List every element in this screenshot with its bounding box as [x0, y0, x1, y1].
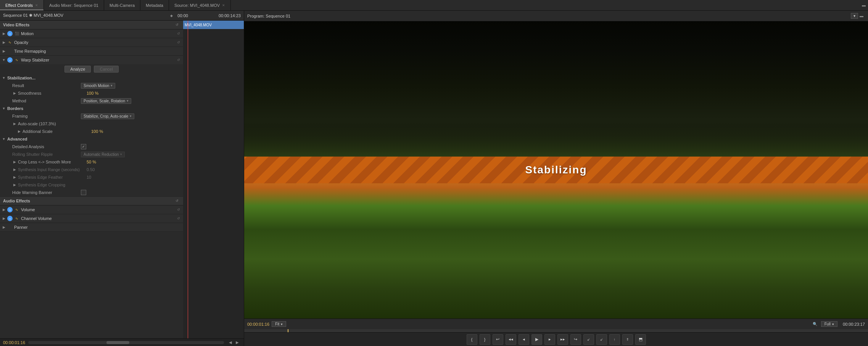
ec-scrollbar[interactable]: [28, 341, 224, 344]
framing-dropdown[interactable]: Stabilize, Crop, Auto-scale: [81, 113, 134, 119]
advanced-label: Advanced: [7, 137, 27, 141]
motion-expand[interactable]: ▶: [2, 31, 6, 36]
result-dropdown[interactable]: Smooth Motion: [81, 83, 115, 89]
detailed-analysis-label: Detailed Analysis: [12, 144, 81, 149]
tab-source[interactable]: Source: MVI_4048.MOV ✕: [169, 0, 231, 10]
motion-group: ▶ ● ⬛ Motion ↺: [0, 29, 183, 38]
next-frame-btn[interactable]: ▸: [544, 334, 555, 345]
channel-volume-expand[interactable]: ▶: [2, 216, 6, 221]
borders-cat[interactable]: ▼ Borders: [0, 105, 183, 112]
video-effects-reset[interactable]: ↺: [174, 22, 180, 28]
analyze-btn[interactable]: Analyze: [64, 66, 91, 73]
motion-toggle-anim[interactable]: ●: [7, 31, 13, 36]
extract-btn[interactable]: ⇑: [622, 334, 633, 345]
stabilization-cat[interactable]: ▼ Stabilization...: [0, 74, 183, 82]
result-value: Smooth Motion: [84, 84, 109, 88]
cancel-btn[interactable]: Cancel: [94, 66, 118, 73]
motion-header[interactable]: ▶ ● ⬛ Motion ↺: [0, 29, 183, 38]
pm-scrubber-thumb[interactable]: [288, 329, 288, 332]
step-back-btn[interactable]: ◂◂: [506, 334, 516, 345]
timecode-start: 00:00: [177, 13, 188, 18]
channel-volume-reset[interactable]: ↺: [176, 215, 182, 222]
pm-zoom-icon: 🔍: [813, 322, 817, 326]
warp-stabilizer-expand[interactable]: ▼: [2, 58, 6, 62]
opacity-reset[interactable]: ↺: [176, 39, 182, 45]
autoscale-expand[interactable]: ▶: [12, 121, 17, 126]
opacity-expand[interactable]: ▶: [2, 40, 6, 45]
warp-stabilizer-toggle-anim[interactable]: ●: [7, 57, 13, 63]
volume-toggle-anim[interactable]: ●: [7, 207, 13, 212]
smoothness-expand[interactable]: ▶: [12, 91, 17, 95]
channel-volume-toggle-anim[interactable]: ●: [7, 216, 13, 221]
pm-zoom-dropdown[interactable]: Full: [821, 321, 837, 327]
step-forward-btn[interactable]: ▸▸: [557, 334, 568, 345]
mark-out-btn[interactable]: }: [480, 334, 490, 345]
channel-volume-header[interactable]: ▶ ● ∿ Channel Volume ↺: [0, 214, 183, 223]
pm-end-time: 00:00:23:17: [843, 322, 865, 327]
panel-collapse-btn[interactable]: ▬: [860, 0, 868, 10]
volume-expand[interactable]: ▶: [2, 207, 6, 212]
warp-stabilizer-header[interactable]: ▼ ● ∿ Warp Stabilizer ↺: [0, 56, 183, 64]
time-remap-group: ▶ Time Remapping: [0, 47, 183, 56]
mark-in-btn[interactable]: {: [467, 334, 477, 345]
tab-metadata[interactable]: Metadata: [140, 0, 169, 10]
pm-dropdown[interactable]: ▾: [851, 13, 858, 19]
crop-smooth-expand[interactable]: ▶: [12, 160, 17, 164]
video-effects-label: Video Effects: [3, 23, 30, 27]
ec-timeline: MVI_4048.MOV: [183, 21, 244, 338]
main-area: Sequence 01 ✱ MVI_4048.MOV ◆ 00:00 00:00…: [0, 11, 868, 346]
audio-effects-label: Audio Effects: [3, 199, 30, 203]
tab-source-close[interactable]: ✕: [222, 3, 225, 7]
additional-scale-row: ▶ Additional Scale 100 %: [0, 128, 183, 135]
time-remap-expand[interactable]: ▶: [2, 49, 6, 53]
pm-collapse[interactable]: ▬: [858, 13, 865, 19]
advanced-cat[interactable]: ▼ Advanced: [0, 135, 183, 143]
analyze-cancel-row: Analyze Cancel: [0, 64, 183, 74]
ec-nav-left[interactable]: ◀: [227, 339, 234, 346]
panner-expand[interactable]: ▶: [2, 225, 6, 230]
go-to-in-btn[interactable]: ↩: [493, 334, 503, 345]
opacity-header[interactable]: ▶ ∿ Opacity ↺: [0, 38, 183, 47]
ec-scrollbar-thumb[interactable]: [106, 341, 129, 344]
overwrite-btn[interactable]: ↙: [596, 334, 607, 345]
volume-header[interactable]: ▶ ● ∿ Volume ↺: [0, 205, 183, 214]
stabilization-expand[interactable]: ▼: [2, 76, 6, 80]
synthesis-edge-cropping-label: Synthesis Edge Cropping: [18, 183, 87, 187]
export-frame-btn[interactable]: ⬒: [635, 334, 646, 345]
hide-warning-label: Hide Warning Banner: [12, 190, 81, 195]
lift-btn[interactable]: ↑: [609, 334, 620, 345]
go-to-out-btn[interactable]: ↪: [570, 334, 581, 345]
pm-scrubber[interactable]: [244, 329, 868, 332]
pm-timecode: 00:00:01:16: [247, 322, 269, 327]
hide-warning-checkbox[interactable]: [81, 190, 86, 195]
motion-fx-icon: ⬛: [14, 31, 19, 36]
pm-fit-dropdown[interactable]: Fit: [272, 321, 286, 327]
synthesis-input-expand[interactable]: ▶: [12, 167, 17, 172]
prev-frame-btn[interactable]: ◂: [519, 334, 529, 345]
play-btn[interactable]: ▶: [531, 334, 542, 345]
playhead-icon[interactable]: ◆: [168, 13, 174, 19]
additional-scale-expand[interactable]: ▶: [17, 129, 21, 134]
tab-audio-mixer[interactable]: Audio Mixer: Sequence 01: [44, 0, 104, 10]
method-dropdown[interactable]: Position, Scale, Rotation: [81, 98, 131, 104]
detailed-analysis-checkbox[interactable]: ✓: [81, 144, 86, 149]
time-remap-name: Time Remapping: [7, 49, 182, 53]
program-monitor-panel: Program: Sequence 01 ▾ ▬ Stabilizing 00:…: [244, 11, 868, 346]
insert-btn[interactable]: ↙: [583, 334, 594, 345]
panner-header[interactable]: ▶ Panner: [0, 223, 183, 231]
time-remap-header[interactable]: ▶ Time Remapping: [0, 47, 183, 55]
audio-effects-reset[interactable]: ↺: [174, 198, 180, 204]
tab-multi-camera[interactable]: Multi-Camera: [104, 0, 140, 10]
borders-expand[interactable]: ▼: [2, 106, 6, 111]
opacity-fx-icon: ∿: [7, 40, 13, 45]
warp-stabilizer-reset[interactable]: ↺: [176, 57, 182, 63]
motion-reset[interactable]: ↺: [176, 31, 182, 37]
advanced-expand[interactable]: ▼: [2, 137, 6, 141]
synthesis-edge-cropping-expand[interactable]: ▶: [12, 183, 17, 187]
result-row: Result Smooth Motion: [0, 82, 183, 89]
tab-effect-controls[interactable]: Effect Controls ✕: [0, 0, 44, 10]
synthesis-edge-feather-expand[interactable]: ▶: [12, 175, 17, 179]
volume-reset[interactable]: ↺: [176, 207, 182, 213]
ec-nav-right[interactable]: ▶: [234, 339, 241, 346]
tab-effect-controls-close[interactable]: ✕: [35, 3, 38, 7]
